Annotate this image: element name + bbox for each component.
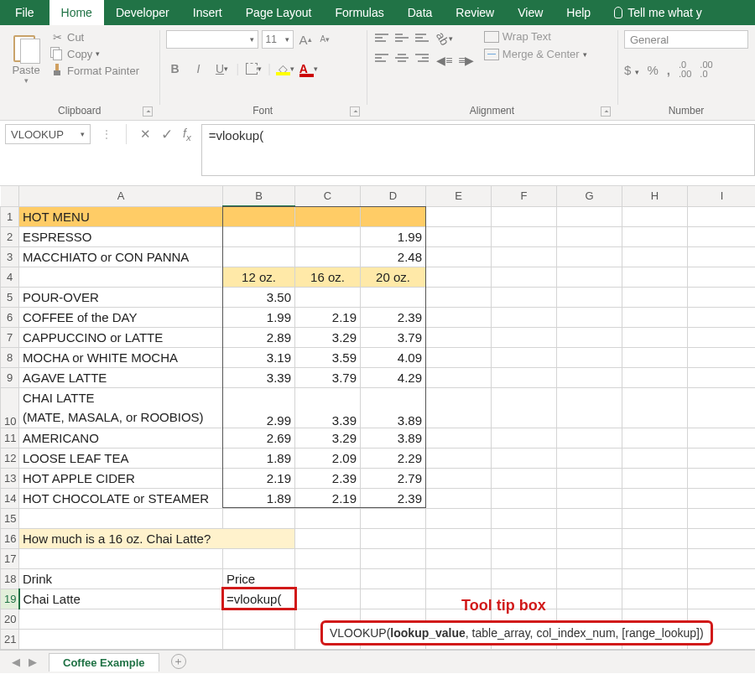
cell[interactable]: (MATE, MASALA, or ROOBIOS) [19,407,223,428]
cell[interactable] [492,448,557,468]
dialog-launcher-icon[interactable] [143,106,153,117]
cell[interactable]: 1.89 [223,488,295,508]
cell[interactable] [19,629,223,649]
cell[interactable]: 2.39 [361,488,426,508]
cell[interactable]: 2.99 [223,387,295,428]
paste-button[interactable]: Paste ▾ [7,30,45,85]
cell[interactable] [361,508,426,528]
cell[interactable]: AGAVE LATTE [19,367,223,387]
cell[interactable] [492,428,557,448]
cell[interactable]: 2.19 [223,468,295,488]
cell[interactable] [557,428,622,448]
cell[interactable] [426,508,492,528]
cell[interactable] [492,246,557,267]
row-header[interactable]: 14 [1,488,19,508]
cell[interactable] [688,468,756,488]
number-format-select[interactable]: General [624,30,748,49]
cell[interactable] [622,508,688,528]
cell[interactable] [492,327,557,347]
active-cell[interactable]: =vlookup( [223,589,295,609]
row-header[interactable]: 8 [1,347,19,367]
cell[interactable]: 1.89 [223,448,295,468]
cell[interactable] [688,428,756,448]
copy-button[interactable]: Copy ▾ [50,47,139,60]
cell[interactable] [492,347,557,367]
cell[interactable] [688,568,756,589]
orientation-button[interactable]: ab▾ [435,30,454,47]
select-all-button[interactable] [1,186,19,206]
bold-button[interactable]: B [166,60,185,77]
font-color-button[interactable]: A▾ [299,60,318,77]
tell-me-search[interactable]: Tell me what y [602,0,714,25]
cell[interactable] [426,347,492,367]
cell[interactable] [688,206,756,226]
cell[interactable] [622,468,688,488]
dialog-launcher-icon[interactable] [601,106,611,117]
cell[interactable]: 2.19 [295,488,361,508]
cell[interactable] [426,387,492,428]
col-header-a[interactable]: A [19,186,223,206]
cell[interactable] [557,206,622,226]
cell[interactable] [295,568,361,589]
cell[interactable] [19,267,223,287]
row-header[interactable]: 5 [1,287,19,307]
cell[interactable] [622,448,688,468]
cell[interactable] [361,206,426,226]
cell[interactable]: MACCHIATO or CON PANNA [19,246,223,267]
cell[interactable] [557,548,622,568]
cell[interactable] [557,367,622,387]
formula-input[interactable]: =vlookup( [201,124,755,176]
cell[interactable] [622,488,688,508]
fx-options-icon[interactable]: ⋮ [101,127,112,141]
col-header-i[interactable]: I [688,186,756,206]
cell[interactable] [223,609,295,629]
cell[interactable] [622,568,688,589]
col-header-b[interactable]: B [223,186,295,206]
cell[interactable] [688,488,756,508]
cell[interactable] [426,287,492,307]
cell[interactable] [622,589,688,609]
increase-font-button[interactable]: A▴ [297,30,315,49]
cell[interactable]: 2.39 [361,307,426,327]
cell[interactable] [688,246,756,267]
cell[interactable]: MOCHA or WHITE MOCHA [19,347,223,367]
tab-developer[interactable]: Developer [104,0,181,25]
cell[interactable] [361,548,426,568]
cell[interactable]: 12 oz. [223,267,295,287]
cell[interactable] [492,267,557,287]
worksheet-grid[interactable]: A B C D E F G H I 1 HOT MENU 2 ESPRESSO … [0,186,755,650]
cell[interactable]: POUR-OVER [19,287,223,307]
align-left-button[interactable] [373,50,390,65]
cell[interactable]: 3.29 [295,428,361,448]
cell[interactable] [688,528,756,548]
cell[interactable]: 3.89 [361,387,426,428]
cell[interactable] [688,347,756,367]
cell[interactable] [688,327,756,347]
cell[interactable] [622,367,688,387]
cell[interactable] [426,307,492,327]
row-header[interactable]: 15 [1,508,19,528]
accounting-button[interactable]: $ ▾ [624,63,639,77]
cell[interactable] [295,508,361,528]
cell[interactable] [622,246,688,267]
cell[interactable]: 20 oz. [361,267,426,287]
cell[interactable]: 2.79 [361,468,426,488]
cell[interactable] [295,206,361,226]
cell[interactable]: 3.50 [223,287,295,307]
cell[interactable] [557,267,622,287]
cell[interactable] [622,226,688,246]
tab-file[interactable]: File [0,0,49,25]
align-top-button[interactable] [373,30,390,45]
sheet-prev-icon[interactable]: ◀ [12,656,20,668]
cell[interactable] [492,287,557,307]
cancel-formula-button[interactable]: ✕ [140,127,151,142]
cell[interactable] [622,387,688,428]
cell[interactable]: How much is a 16 oz. Chai Latte? [19,528,295,548]
cell[interactable] [426,327,492,347]
col-header-f[interactable]: F [492,186,557,206]
cell[interactable] [361,589,426,609]
decrease-indent-button[interactable]: ◀≡ [435,52,454,69]
cell[interactable] [688,508,756,528]
cell[interactable]: LOOSE LEAF TEA [19,448,223,468]
tab-home[interactable]: Home [49,0,104,25]
